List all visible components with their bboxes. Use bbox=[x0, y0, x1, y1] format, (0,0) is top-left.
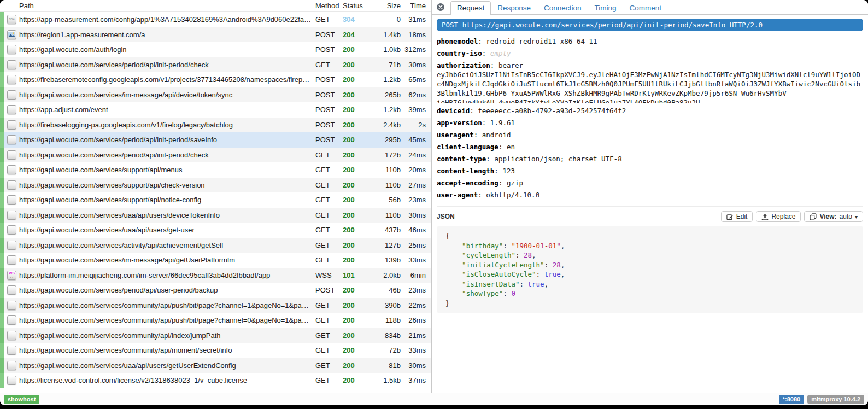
json-body-viewer[interactable]: { "birthday": "1900-01-01", "cycleLength… bbox=[437, 226, 863, 313]
listener-badge: *:8080 bbox=[779, 395, 804, 404]
flow-marker bbox=[0, 118, 4, 133]
flow-row[interactable]: https://gapi.wocute.com/auth/loginPOST20… bbox=[0, 42, 431, 57]
flow-row[interactable]: https://gapi.wocute.com/services/activit… bbox=[0, 238, 431, 253]
flow-row[interactable]: https://app.adjust.com/eventPOST2001.2kb… bbox=[0, 102, 431, 118]
flow-path: https://gapi.wocute.com/services/support… bbox=[19, 166, 315, 174]
flow-method: GET bbox=[315, 376, 343, 384]
header-line[interactable]: authorization: bearereyJhbGciOiJSUzI1NiI… bbox=[437, 59, 863, 104]
edit-button[interactable]: Edit bbox=[721, 211, 753, 222]
flow-size: 127b bbox=[370, 241, 401, 249]
tab-response[interactable]: Response bbox=[491, 1, 537, 15]
flow-method: WSS bbox=[315, 271, 343, 279]
replace-button[interactable]: Replace bbox=[756, 211, 801, 222]
header-name: accept-encoding bbox=[437, 179, 498, 187]
flow-icon-cell bbox=[4, 315, 19, 325]
flow-row[interactable]: https://gapi.wocute.com/services/period/… bbox=[0, 283, 431, 298]
flow-row[interactable]: https://region1.app-measurement.com/aPOS… bbox=[0, 27, 431, 43]
column-header-time[interactable]: Time bbox=[401, 2, 431, 10]
flow-row[interactable]: https://gapi.wocute.com/services/uaa/api… bbox=[0, 223, 431, 238]
flow-row[interactable]: https://firebaselogging-pa.googleapis.co… bbox=[0, 118, 431, 133]
tab-connection[interactable]: Connection bbox=[537, 1, 588, 15]
tab-comment[interactable]: Comment bbox=[623, 1, 668, 15]
header-line[interactable]: accept-encoding: gzip bbox=[437, 177, 863, 189]
flow-row[interactable]: https://gapi.wocute.com/services/support… bbox=[0, 162, 431, 178]
view-mode-icon bbox=[810, 213, 817, 220]
header-name: content-length bbox=[437, 167, 494, 175]
json-token: : bbox=[519, 280, 527, 288]
flow-marker bbox=[0, 283, 4, 298]
flow-marker bbox=[0, 178, 4, 193]
json-token bbox=[445, 270, 462, 278]
marker-column-header bbox=[0, 0, 4, 11]
header-colon: : bbox=[494, 167, 502, 175]
tab-request[interactable]: Request bbox=[450, 1, 491, 15]
json-line: "showType": 0 bbox=[445, 289, 854, 299]
flow-row[interactable]: https://gapi.wocute.com/services/communi… bbox=[0, 328, 431, 343]
json-token: "isInsertData" bbox=[462, 280, 519, 288]
flow-row[interactable]: https://firebaseremoteconfig.googleapis.… bbox=[0, 72, 431, 87]
flow-size: 110b bbox=[370, 181, 401, 189]
header-name: user-agent bbox=[437, 191, 478, 199]
flow-status: 101 bbox=[343, 271, 370, 279]
document-icon bbox=[7, 90, 16, 100]
tab-timing[interactable]: Timing bbox=[588, 1, 623, 15]
flow-time: 33ms bbox=[401, 346, 431, 354]
flow-path: https://platform-im.meiqijiacheng.com/im… bbox=[19, 271, 315, 279]
header-line[interactable]: app-version: 1.9.61 bbox=[437, 116, 863, 128]
header-line[interactable]: phonemodel: redroid redroid11_x86_64 11 bbox=[437, 35, 863, 47]
flow-icon-cell bbox=[4, 331, 19, 340]
column-header-status[interactable]: Status bbox=[343, 2, 370, 10]
document-icon bbox=[7, 315, 16, 325]
column-header-size[interactable]: Size bbox=[370, 2, 401, 10]
flow-size: 81b bbox=[370, 361, 401, 370]
flow-method: GET bbox=[315, 331, 343, 340]
flow-method: GET bbox=[315, 226, 343, 234]
flow-row[interactable]: https://gapi.wocute.com/services/uaa/api… bbox=[0, 358, 431, 373]
flow-row[interactable]: https://gapi.wocute.com/services/communi… bbox=[0, 313, 431, 328]
flow-row[interactable]: https://gapi.wocute.com/services/communi… bbox=[0, 298, 431, 313]
flow-marker bbox=[0, 162, 4, 178]
flow-size: 2.0kb bbox=[370, 271, 401, 279]
json-token: "showType" bbox=[462, 289, 503, 297]
column-header-path[interactable]: Path bbox=[19, 2, 315, 10]
json-line: { bbox=[445, 231, 854, 241]
header-name: authorization bbox=[437, 61, 490, 69]
version-badge: mitmproxy 10.4.2 bbox=[807, 395, 864, 404]
flow-row[interactable]: https://gapi.wocute.com/services/support… bbox=[0, 178, 431, 193]
close-icon[interactable] bbox=[436, 3, 445, 11]
header-name: content-type bbox=[437, 155, 486, 163]
header-line[interactable]: deviceid: feeeeecc-a08b-4792-a93d-254257… bbox=[437, 104, 863, 116]
flow-row[interactable]: WS⇔https://platform-im.meiqijiacheng.com… bbox=[0, 268, 431, 283]
flow-size: 834b bbox=[370, 331, 401, 340]
flow-row[interactable]: https://gapi.wocute.com/services/period/… bbox=[0, 148, 431, 163]
request-first-line[interactable]: POST https://gapi.wocute.com/services/pe… bbox=[437, 19, 863, 31]
flow-row[interactable]: https://gapi.wocute.com/services/support… bbox=[0, 192, 431, 208]
flow-row[interactable]: https://gapi.wocute.com/services/im-mess… bbox=[0, 87, 431, 103]
flow-row[interactable]: https://gapi.wocute.com/services/uaa/api… bbox=[0, 208, 431, 223]
flow-row[interactable]: https://gapi.wocute.com/services/im-mess… bbox=[0, 253, 431, 268]
view-mode-button[interactable]: View: auto ▾ bbox=[804, 211, 863, 222]
header-line[interactable]: content-length: 123 bbox=[437, 165, 863, 177]
option-badge-showhost[interactable]: showhost bbox=[4, 395, 39, 404]
flow-status: 200 bbox=[343, 346, 370, 354]
flow-status: 200 bbox=[343, 301, 370, 309]
flow-row[interactable]: https://license.vod-control.com/license/… bbox=[0, 373, 431, 388]
header-name: deviceid bbox=[437, 107, 470, 115]
header-line[interactable]: country-iso: empty bbox=[437, 47, 863, 59]
header-line[interactable]: client-language: en bbox=[437, 141, 863, 153]
not-modified-label: 304 bbox=[9, 17, 14, 21]
json-token: 28 bbox=[553, 261, 561, 269]
header-line[interactable]: content-type: application/json; charset=… bbox=[437, 153, 863, 165]
flow-row[interactable]: https://gapi.wocute.com/services/period/… bbox=[0, 57, 431, 73]
column-header-method[interactable]: Method bbox=[315, 2, 343, 10]
header-line[interactable]: useragent: android bbox=[437, 128, 863, 141]
edit-button-label: Edit bbox=[736, 213, 748, 220]
flow-row[interactable]: https://gapi.wocute.com/services/communi… bbox=[0, 343, 431, 358]
flow-path: https://app.adjust.com/event bbox=[19, 106, 315, 114]
header-line[interactable]: user-agent: okhttp/4.10.0 bbox=[437, 189, 863, 201]
flow-icon-cell bbox=[4, 60, 19, 69]
flow-row[interactable]: 304https://app-measurement.com/config/ap… bbox=[0, 12, 431, 27]
flow-row[interactable]: https://gapi.wocute.com/services/period/… bbox=[0, 132, 431, 148]
flow-time: 65ms bbox=[401, 75, 431, 84]
websocket-label: WS bbox=[9, 271, 14, 275]
